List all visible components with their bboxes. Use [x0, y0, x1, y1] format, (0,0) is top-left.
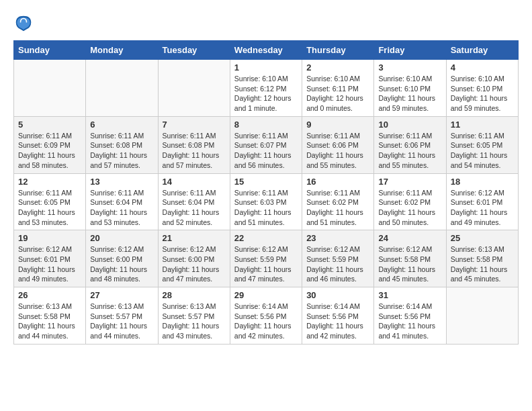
week-row-1: 1Sunrise: 6:10 AM Sunset: 6:12 PM Daylig…: [14, 60, 519, 117]
day-info: Sunrise: 6:11 AM Sunset: 6:02 PM Dayligh…: [306, 188, 369, 228]
header-cell-friday: Friday: [374, 41, 446, 60]
day-number: 13: [90, 177, 153, 187]
day-number: 29: [234, 290, 298, 300]
day-number: 21: [163, 233, 226, 243]
day-cell: 9Sunrise: 6:11 AM Sunset: 6:06 PM Daylig…: [302, 116, 374, 173]
week-row-4: 19Sunrise: 6:12 AM Sunset: 6:01 PM Dayli…: [14, 230, 519, 287]
calendar-header: SundayMondayTuesdayWednesdayThursdayFrid…: [14, 41, 519, 60]
day-info: Sunrise: 6:13 AM Sunset: 5:58 PM Dayligh…: [18, 302, 81, 341]
header-cell-tuesday: Tuesday: [158, 41, 230, 60]
day-cell: 29Sunrise: 6:14 AM Sunset: 5:56 PM Dayli…: [230, 287, 302, 345]
day-cell: 5Sunrise: 6:11 AM Sunset: 6:09 PM Daylig…: [14, 116, 86, 173]
day-cell: 26Sunrise: 6:13 AM Sunset: 5:58 PM Dayli…: [14, 287, 86, 345]
day-cell: 14Sunrise: 6:11 AM Sunset: 6:04 PM Dayli…: [158, 173, 230, 230]
header-cell-wednesday: Wednesday: [230, 41, 302, 60]
header-cell-monday: Monday: [86, 41, 158, 60]
day-number: 2: [306, 62, 369, 73]
day-number: 22: [234, 233, 298, 243]
day-number: 19: [18, 233, 81, 243]
calendar-body: 1Sunrise: 6:10 AM Sunset: 6:12 PM Daylig…: [14, 60, 519, 345]
page-header: [13, 13, 519, 34]
day-number: 7: [163, 120, 226, 130]
day-cell: 1Sunrise: 6:10 AM Sunset: 6:12 PM Daylig…: [230, 60, 302, 117]
day-cell: 8Sunrise: 6:11 AM Sunset: 6:07 PM Daylig…: [230, 116, 302, 173]
day-cell: 2Sunrise: 6:10 AM Sunset: 6:11 PM Daylig…: [302, 60, 374, 117]
day-number: 4: [451, 62, 514, 73]
day-number: 28: [163, 290, 226, 300]
day-cell: [158, 60, 230, 117]
day-info: Sunrise: 6:11 AM Sunset: 6:05 PM Dayligh…: [18, 188, 81, 228]
day-info: Sunrise: 6:12 AM Sunset: 6:01 PM Dayligh…: [18, 244, 81, 284]
day-number: 26: [18, 290, 81, 300]
day-number: 20: [90, 233, 153, 243]
day-info: Sunrise: 6:12 AM Sunset: 5:59 PM Dayligh…: [306, 244, 369, 284]
day-cell: 13Sunrise: 6:11 AM Sunset: 6:04 PM Dayli…: [86, 173, 158, 230]
day-cell: 18Sunrise: 6:12 AM Sunset: 6:01 PM Dayli…: [446, 173, 518, 230]
day-cell: 17Sunrise: 6:11 AM Sunset: 6:02 PM Dayli…: [374, 173, 446, 230]
day-info: Sunrise: 6:11 AM Sunset: 6:04 PM Dayligh…: [90, 188, 153, 228]
day-info: Sunrise: 6:11 AM Sunset: 6:07 PM Dayligh…: [234, 131, 298, 171]
day-cell: 23Sunrise: 6:12 AM Sunset: 5:59 PM Dayli…: [302, 230, 374, 287]
day-cell: 22Sunrise: 6:12 AM Sunset: 5:59 PM Dayli…: [230, 230, 302, 287]
day-cell: 3Sunrise: 6:10 AM Sunset: 6:10 PM Daylig…: [374, 60, 446, 117]
day-number: 23: [306, 233, 369, 243]
day-info: Sunrise: 6:12 AM Sunset: 6:01 PM Dayligh…: [451, 188, 514, 228]
day-cell: 24Sunrise: 6:12 AM Sunset: 5:58 PM Dayli…: [374, 230, 446, 287]
day-cell: [86, 60, 158, 117]
day-cell: 15Sunrise: 6:11 AM Sunset: 6:03 PM Dayli…: [230, 173, 302, 230]
day-number: 10: [378, 120, 441, 130]
day-info: Sunrise: 6:11 AM Sunset: 6:09 PM Dayligh…: [18, 131, 81, 171]
day-cell: 25Sunrise: 6:13 AM Sunset: 5:58 PM Dayli…: [446, 230, 518, 287]
day-number: 15: [234, 177, 298, 187]
header-row: SundayMondayTuesdayWednesdayThursdayFrid…: [14, 41, 519, 60]
day-info: Sunrise: 6:11 AM Sunset: 6:02 PM Dayligh…: [378, 188, 441, 228]
day-info: Sunrise: 6:12 AM Sunset: 5:58 PM Dayligh…: [378, 244, 441, 284]
calendar-table: SundayMondayTuesdayWednesdayThursdayFrid…: [13, 40, 519, 345]
day-info: Sunrise: 6:12 AM Sunset: 6:00 PM Dayligh…: [90, 244, 153, 284]
day-number: 16: [306, 177, 369, 187]
day-number: 11: [451, 120, 514, 130]
week-row-5: 26Sunrise: 6:13 AM Sunset: 5:58 PM Dayli…: [14, 287, 519, 345]
day-number: 9: [306, 120, 369, 130]
day-info: Sunrise: 6:11 AM Sunset: 6:08 PM Dayligh…: [90, 131, 153, 171]
day-info: Sunrise: 6:14 AM Sunset: 5:56 PM Dayligh…: [306, 302, 369, 341]
day-number: 25: [451, 233, 514, 243]
day-number: 1: [234, 62, 298, 73]
day-info: Sunrise: 6:11 AM Sunset: 6:05 PM Dayligh…: [451, 131, 514, 171]
day-info: Sunrise: 6:11 AM Sunset: 6:06 PM Dayligh…: [306, 131, 369, 171]
day-info: Sunrise: 6:11 AM Sunset: 6:08 PM Dayligh…: [163, 131, 226, 171]
day-number: 27: [90, 290, 153, 300]
day-info: Sunrise: 6:10 AM Sunset: 6:10 PM Dayligh…: [451, 74, 514, 113]
day-cell: [14, 60, 86, 117]
day-info: Sunrise: 6:10 AM Sunset: 6:11 PM Dayligh…: [306, 74, 369, 113]
day-cell: 16Sunrise: 6:11 AM Sunset: 6:02 PM Dayli…: [302, 173, 374, 230]
day-cell: 31Sunrise: 6:14 AM Sunset: 5:56 PM Dayli…: [374, 287, 446, 345]
day-info: Sunrise: 6:11 AM Sunset: 6:06 PM Dayligh…: [378, 131, 441, 171]
day-number: 14: [163, 177, 226, 187]
day-cell: 11Sunrise: 6:11 AM Sunset: 6:05 PM Dayli…: [446, 116, 518, 173]
day-cell: 30Sunrise: 6:14 AM Sunset: 5:56 PM Dayli…: [302, 287, 374, 345]
day-info: Sunrise: 6:14 AM Sunset: 5:56 PM Dayligh…: [378, 302, 441, 341]
day-cell: [446, 287, 518, 345]
day-cell: 27Sunrise: 6:13 AM Sunset: 5:57 PM Dayli…: [86, 287, 158, 345]
day-number: 6: [90, 120, 153, 130]
day-info: Sunrise: 6:12 AM Sunset: 5:59 PM Dayligh…: [234, 244, 298, 284]
day-number: 5: [18, 120, 81, 130]
day-number: 3: [378, 62, 441, 73]
day-info: Sunrise: 6:11 AM Sunset: 6:03 PM Dayligh…: [234, 188, 298, 228]
day-cell: 19Sunrise: 6:12 AM Sunset: 6:01 PM Dayli…: [14, 230, 86, 287]
day-cell: 10Sunrise: 6:11 AM Sunset: 6:06 PM Dayli…: [374, 116, 446, 173]
week-row-2: 5Sunrise: 6:11 AM Sunset: 6:09 PM Daylig…: [14, 116, 519, 173]
day-info: Sunrise: 6:10 AM Sunset: 6:10 PM Dayligh…: [378, 74, 441, 113]
day-number: 24: [378, 233, 441, 243]
day-info: Sunrise: 6:11 AM Sunset: 6:04 PM Dayligh…: [163, 188, 226, 228]
day-number: 17: [378, 177, 441, 187]
day-number: 31: [378, 290, 441, 300]
day-number: 12: [18, 177, 81, 187]
header-cell-thursday: Thursday: [302, 41, 374, 60]
logo-icon: [13, 13, 34, 34]
day-cell: 12Sunrise: 6:11 AM Sunset: 6:05 PM Dayli…: [14, 173, 86, 230]
day-number: 8: [234, 120, 298, 130]
day-number: 18: [451, 177, 514, 187]
header-cell-sunday: Sunday: [14, 41, 86, 60]
